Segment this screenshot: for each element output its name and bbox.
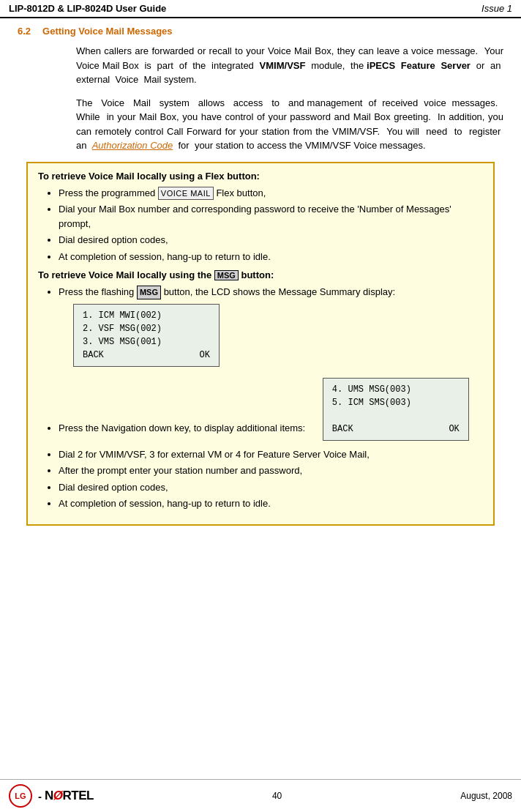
list-item: Dial 2 for VMIM/VSF, 3 for external VM o… <box>59 447 483 462</box>
lcd-back: BACK <box>83 349 104 362</box>
footer-date: August, 2008 <box>460 791 512 801</box>
page-number: 40 <box>272 791 282 801</box>
bullet-list-1: Press the programmed VOICE MAIL Flex but… <box>38 186 483 264</box>
lg-logo: LG <box>9 784 32 808</box>
section-heading: 6.2 Getting Voice Mail Messages <box>18 26 503 37</box>
lcd-row: 1. ICM MWI(002) <box>83 309 210 322</box>
header-right: Issue 1 <box>481 3 512 14</box>
list-item: Press the flashing MSG button, the LCD s… <box>59 285 483 371</box>
box-title-2: To retrieve Voice Mail locally using the… <box>38 269 483 280</box>
list-item: Dial desired option codes, <box>59 480 483 495</box>
hyphen-separator: - <box>38 790 42 802</box>
footer-logo: LG - NØRTEL <box>9 784 94 808</box>
voice-mail-button: VOICE MAIL <box>158 187 214 201</box>
lcd-row: 2. VSF MSG(002) <box>83 322 210 335</box>
msg-button-label-2: MSG <box>137 286 161 299</box>
list-item: After the prompt enter your station numb… <box>59 463 483 478</box>
authorization-code-link[interactable]: Authorization Code <box>92 140 173 151</box>
lcd-row-nav-2: BACK OK <box>332 422 460 436</box>
list-item: Dial desired option codes, <box>59 233 483 247</box>
lcd-row: 5. ICM SMS(003) <box>332 396 460 409</box>
header-left: LIP-8012D & LIP-8024D User Guide <box>9 3 166 14</box>
body-text: When callers are forwarded or recall to … <box>76 44 503 153</box>
nortel-logo: NØRTEL <box>45 789 94 803</box>
msg-button-label: MSG <box>214 270 239 280</box>
ipecsfs-label: iPECS Feature Server <box>367 60 471 71</box>
list-item: Press the programmed VOICE MAIL Flex but… <box>59 186 483 201</box>
paragraph-1: When callers are forwarded or recall to … <box>76 44 503 87</box>
highlight-box: To retrieve Voice Mail locally using a F… <box>26 162 495 526</box>
list-item: At completion of session, hang-up to ret… <box>59 250 483 264</box>
lcd-row: 3. VMS MSG(001) <box>83 335 210 349</box>
main-content: 6.2 Getting Voice Mail Messages When cal… <box>0 18 521 542</box>
lcd-row: 4. UMS MSG(003) <box>332 383 460 396</box>
list-item: Dial your Mail Box number and correspond… <box>59 202 483 231</box>
lcd-ok-2: OK <box>449 422 459 436</box>
bullet-list-2-pre: Press the flashing MSG button, the LCD s… <box>38 285 483 511</box>
vmim-vsf-label: VMIM/VSF <box>260 60 306 71</box>
page-footer: LG - NØRTEL 40 August, 2008 <box>0 779 521 812</box>
list-item: Press the Navigation down key, to displa… <box>59 373 483 445</box>
page-header: LIP-8012D & LIP-8024D User Guide Issue 1 <box>0 0 521 18</box>
paragraph-2: The Voice Mail system allows access to a… <box>76 96 503 153</box>
lcd-row <box>332 409 460 422</box>
list-item: At completion of session, hang-up to ret… <box>59 496 483 511</box>
section-number: 6.2 <box>18 26 31 37</box>
lcd-ok: OK <box>200 349 210 362</box>
lcd-display-2: 4. UMS MSG(003) 5. ICM SMS(003) BACK OK <box>323 378 469 441</box>
lcd-back-2: BACK <box>332 422 353 436</box>
box-title-1: To retrieve Voice Mail locally using a F… <box>38 171 483 182</box>
lcd-display-1: 1. ICM MWI(002) 2. VSF MSG(002) 3. VMS M… <box>73 304 220 367</box>
section-title: Getting Voice Mail Messages <box>42 26 172 37</box>
lcd-row-nav: BACK OK <box>83 349 210 362</box>
